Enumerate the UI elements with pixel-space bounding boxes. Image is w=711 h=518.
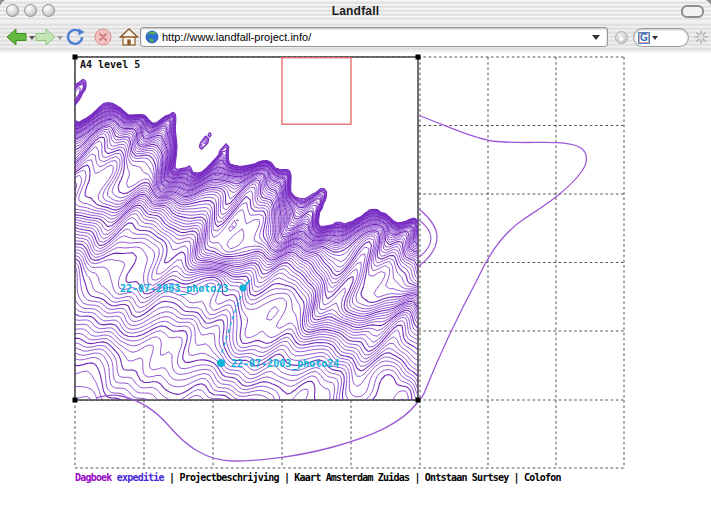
search-field[interactable]: G (633, 28, 689, 47)
page-content: A4 level 5 22-07-2003_photo23 22-07-2003… (0, 52, 711, 518)
forward-history-caret[interactable] (57, 36, 63, 40)
nav-link[interactable]: expeditie (117, 472, 164, 483)
reload-button[interactable] (64, 26, 86, 48)
corner-handle[interactable] (73, 398, 78, 403)
corner-handle[interactable] (416, 55, 421, 60)
throbber-icon (694, 30, 708, 44)
forward-button[interactable] (34, 26, 56, 48)
nav-separator: | (508, 472, 524, 483)
url-text[interactable]: http://www.landfall-project.info/ (162, 31, 592, 43)
photo23-label[interactable]: 22-07-2003_photo23 (120, 283, 228, 295)
bottom-nav: Dagboek expeditie | Projectbeschrijving … (75, 472, 561, 483)
url-field[interactable]: http://www.landfall-project.info/ (140, 27, 608, 47)
nav-separator: | (164, 472, 180, 483)
nav-link[interactable]: Projectbeschrijving (179, 472, 278, 483)
nav-separator: | (409, 472, 425, 483)
browser-window: Landfall (0, 0, 711, 518)
url-dropdown-icon[interactable] (592, 35, 600, 40)
photo24-marker-dot[interactable] (217, 359, 225, 367)
nav-link[interactable]: Colofon (524, 472, 561, 483)
map-svg: A4 level 5 22-07-2003_photo23 22-07-2003… (0, 52, 711, 518)
map-corner-label: A4 level 5 (80, 59, 140, 70)
toolbar-toggle-pill[interactable] (681, 5, 704, 18)
corner-handle[interactable] (73, 55, 78, 60)
corner-handle[interactable] (416, 398, 421, 403)
stop-button[interactable] (92, 26, 114, 48)
window-title: Landfall (0, 4, 711, 18)
home-button[interactable] (118, 26, 140, 48)
back-button[interactable] (6, 26, 28, 48)
nav-separator: | (279, 472, 295, 483)
title-bar: Landfall (0, 0, 711, 23)
nav-link[interactable]: Dagboek (75, 472, 112, 483)
search-engine-caret-icon[interactable] (652, 36, 658, 40)
browser-toolbar: http://www.landfall-project.info/ G (0, 22, 711, 53)
site-favicon-globe-icon (145, 30, 159, 44)
go-button[interactable] (615, 31, 628, 44)
nav-link[interactable]: Ontstaan Surtsey (425, 472, 509, 483)
photo24-label[interactable]: 22-07-2003_photo24 (231, 358, 339, 370)
nav-link[interactable]: Kaart Amsterdam Zuidas (294, 472, 409, 483)
google-logo-icon: G (638, 32, 650, 44)
